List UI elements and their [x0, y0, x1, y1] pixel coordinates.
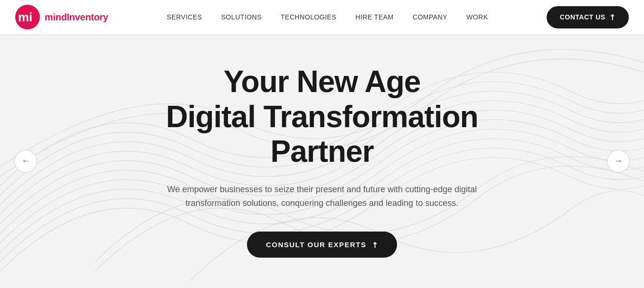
arrow-right-icon: →: [614, 156, 623, 166]
cta-arrow-icon: ↗: [369, 239, 380, 251]
logo-text: mindInventory: [45, 11, 108, 23]
consult-experts-button[interactable]: CONSULT OUR EXPERTS ↗: [247, 232, 397, 258]
nav-link-services[interactable]: SERVICES: [167, 13, 202, 21]
logo[interactable]: mi mindInventory: [15, 5, 108, 29]
logo-icon: mi: [15, 5, 40, 29]
nav-link-work[interactable]: WORK: [466, 13, 488, 21]
brand-highlight: mind: [45, 12, 67, 22]
carousel-prev-button[interactable]: ←: [14, 150, 37, 173]
nav-link-company[interactable]: COMPANY: [413, 13, 447, 21]
svg-text:mi: mi: [18, 10, 32, 24]
hero-subtitle: We empower businesses to seize their pre…: [156, 183, 488, 211]
contact-us-button[interactable]: CONTACT US ↗: [547, 6, 629, 28]
brand-name: mindInventory: [45, 11, 108, 23]
nav-links: SERVICES SOLUTIONS TECHNOLOGIES HIRE TEA…: [167, 13, 488, 21]
arrow-left-icon: ←: [21, 156, 30, 166]
navbar: mi mindInventory SERVICES SOLUTIONS TECH…: [0, 0, 644, 34]
hero-content: Your New Age Digital Transformation Part…: [108, 65, 536, 258]
hero-title-line1: Your New Age: [224, 65, 421, 99]
nav-link-solutions[interactable]: SOLUTIONS: [221, 13, 262, 21]
contact-button-label: CONTACT US: [560, 13, 606, 21]
nav-item-hire-team[interactable]: HIRE TEAM: [355, 13, 393, 21]
nav-item-solutions[interactable]: SOLUTIONS: [221, 13, 262, 21]
nav-item-work[interactable]: WORK: [466, 13, 488, 21]
nav-item-company[interactable]: COMPANY: [413, 13, 447, 21]
contact-arrow-icon: ↗: [607, 12, 618, 23]
hero-section: ← Your New Age Digital Transformation Pa…: [0, 34, 644, 288]
nav-link-technologies[interactable]: TECHNOLOGIES: [281, 13, 336, 21]
cta-button-label: CONSULT OUR EXPERTS: [266, 241, 367, 249]
nav-link-hire-team[interactable]: HIRE TEAM: [355, 13, 393, 21]
nav-item-services[interactable]: SERVICES: [167, 13, 202, 21]
carousel-next-button[interactable]: →: [607, 150, 630, 173]
hero-title: Your New Age Digital Transformation Part…: [127, 65, 517, 169]
nav-item-technologies[interactable]: TECHNOLOGIES: [281, 13, 336, 21]
hero-title-line2: Digital Transformation Partner: [166, 100, 478, 169]
